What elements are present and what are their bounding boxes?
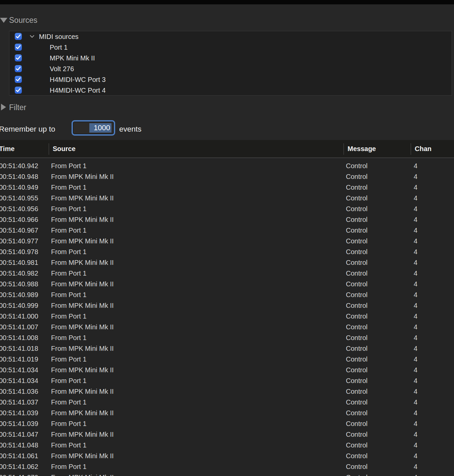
- cell-time: 00:51:40.949: [0, 182, 38, 193]
- midi-sources-list: MIDI sourcesPort 1MPK Mini Mk IIVolt 276…: [9, 31, 452, 96]
- cell-chan: 4: [414, 268, 417, 279]
- source-item-row[interactable]: H4MIDI-WC Port 3: [9, 74, 452, 85]
- table-row[interactable]: 00:51:41.000From Port 1Control4: [0, 311, 454, 322]
- table-row[interactable]: 00:51:40.955From MPK Mini Mk IIControl4: [0, 193, 454, 203]
- cell-message: Control: [346, 322, 367, 332]
- table-row[interactable]: 00:51:40.999From MPK Mini Mk IIControl4: [0, 300, 454, 311]
- chevron-down-icon[interactable]: [29, 34, 35, 39]
- source-item-row[interactable]: Port 1: [9, 42, 452, 53]
- cell-time: 00:51:41.034: [0, 375, 38, 386]
- cell-source: From MPK Mini Mk II: [51, 386, 114, 397]
- table-row[interactable]: 00:51:41.036From MPK Mini Mk IIControl4: [0, 386, 454, 397]
- cell-chan: 4: [414, 289, 417, 300]
- cell-source: From MPK Mini Mk II: [51, 343, 114, 354]
- table-row[interactable]: 00:51:41.008From Port 1Control4: [0, 332, 454, 343]
- table-row[interactable]: 00:51:41.018From MPK Mini Mk IIControl4: [0, 343, 454, 354]
- event-table-body: 00:51:40.942From Port 1Control400:51:40.…: [0, 158, 454, 476]
- cell-source: From MPK Mini Mk II: [51, 236, 114, 246]
- table-row[interactable]: 00:51:40.949From Port 1Control4: [0, 182, 454, 193]
- table-row[interactable]: 00:51:41.037From Port 1Control4: [0, 397, 454, 408]
- table-row[interactable]: 00:51:41.061From MPK Mini Mk IIControl4: [0, 450, 454, 461]
- cell-source: From Port 1: [51, 182, 87, 193]
- cell-chan: 4: [414, 354, 417, 365]
- disclosure-triangle-right-icon[interactable]: [1, 104, 6, 110]
- column-separator[interactable]: [411, 143, 411, 155]
- cell-message: Control: [346, 214, 367, 225]
- table-row[interactable]: 00:51:41.007From MPK Mini Mk IIControl4: [0, 322, 454, 332]
- events-count-selected-text: 1000: [89, 123, 111, 133]
- events-count-input[interactable]: 1000: [72, 120, 115, 136]
- cell-message: Control: [346, 450, 367, 461]
- table-row[interactable]: 00:51:41.039From MPK Mini Mk IIControl4: [0, 408, 454, 418]
- column-header-source[interactable]: Source: [53, 140, 76, 157]
- cell-source: From MPK Mini Mk II: [51, 300, 114, 311]
- source-item-row[interactable]: Volt 276: [9, 63, 452, 74]
- table-row[interactable]: 00:51:40.967From Port 1Control4: [0, 225, 454, 236]
- source-group-row[interactable]: MIDI sources: [9, 31, 452, 42]
- cell-source: From Port 1: [51, 268, 87, 279]
- table-row[interactable]: 00:51:40.956From Port 1Control4: [0, 203, 454, 214]
- cell-message: Control: [346, 203, 367, 214]
- table-row[interactable]: 00:51:40.988From MPK Mini Mk IIControl4: [0, 279, 454, 289]
- cell-chan: 4: [414, 203, 417, 214]
- checkbox-checked[interactable]: [15, 54, 22, 61]
- table-row[interactable]: 00:51:40.942From Port 1Control4: [0, 160, 454, 171]
- table-row[interactable]: 00:51:40.981From MPK Mini Mk IIControl4: [0, 257, 454, 268]
- cell-message: Control: [346, 257, 367, 268]
- cell-chan: 4: [414, 472, 417, 476]
- cell-chan: 4: [414, 246, 417, 257]
- cell-source: From MPK Mini Mk II: [51, 171, 114, 182]
- table-row[interactable]: 00:51:40.989From Port 1Control4: [0, 289, 454, 300]
- cell-chan: 4: [414, 311, 417, 322]
- checkbox-checked[interactable]: [15, 44, 22, 51]
- cell-message: Control: [346, 311, 367, 322]
- cell-source: From Port 1: [51, 160, 87, 171]
- checkbox-checked[interactable]: [15, 33, 22, 40]
- table-row[interactable]: 00:51:41.034From MPK Mini Mk IIControl4: [0, 365, 454, 375]
- cell-chan: 4: [414, 182, 417, 193]
- cell-message: Control: [346, 418, 367, 429]
- column-separator[interactable]: [344, 143, 344, 155]
- table-row[interactable]: 00:51:41.034From Port 1Control4: [0, 375, 454, 386]
- cell-chan: 4: [414, 418, 417, 429]
- table-row[interactable]: 00:51:41.048From Port 1Control4: [0, 440, 454, 450]
- column-header-chan[interactable]: Chan: [415, 140, 432, 157]
- cell-message: Control: [346, 397, 367, 408]
- cell-message: Control: [346, 193, 367, 203]
- cell-source: From Port 1: [51, 246, 87, 257]
- cell-chan: 4: [414, 322, 417, 332]
- cell-source: From Port 1: [51, 332, 87, 343]
- source-item-row[interactable]: H4MIDI-WC Port 4: [9, 85, 452, 96]
- cell-source: From Port 1: [51, 375, 87, 386]
- cell-time: 00:51:41.019: [0, 354, 38, 365]
- table-row[interactable]: 00:51:40.978From Port 1Control4: [0, 246, 454, 257]
- column-header-time[interactable]: Time: [0, 140, 14, 157]
- checkbox-checked[interactable]: [15, 76, 22, 83]
- cell-chan: 4: [414, 461, 417, 472]
- events-count-field-inner: 1000: [73, 122, 114, 134]
- cell-message: Control: [346, 171, 367, 182]
- source-item-row[interactable]: MPK Mini Mk II: [9, 53, 452, 63]
- cell-chan: 4: [414, 171, 417, 182]
- table-row[interactable]: 00:51:41.062From Port 1Control4: [0, 461, 454, 472]
- table-row[interactable]: 00:51:40.948From MPK Mini Mk IIControl4: [0, 171, 454, 182]
- table-row[interactable]: 00:51:41.047From MPK Mini Mk IIControl4: [0, 429, 454, 440]
- table-row[interactable]: 00:51:41.070From MPK Mini Mk IIControl4: [0, 472, 454, 476]
- cell-time: 00:51:40.999: [0, 300, 38, 311]
- checkbox-checked[interactable]: [15, 87, 22, 94]
- column-header-message[interactable]: Message: [348, 140, 376, 157]
- cell-chan: 4: [414, 193, 417, 203]
- table-row[interactable]: 00:51:40.966From MPK Mini Mk IIControl4: [0, 214, 454, 225]
- checkbox-checked[interactable]: [15, 65, 22, 72]
- table-row[interactable]: 00:51:41.039From Port 1Control4: [0, 418, 454, 429]
- cell-source: From Port 1: [51, 354, 87, 365]
- disclosure-triangle-down-icon[interactable]: [0, 18, 7, 23]
- cell-source: From Port 1: [51, 225, 87, 236]
- table-row[interactable]: 00:51:40.982From Port 1Control4: [0, 268, 454, 279]
- column-separator[interactable]: [49, 143, 49, 155]
- table-row[interactable]: 00:51:40.977From MPK Mini Mk IIControl4: [0, 236, 454, 246]
- cell-chan: 4: [414, 257, 417, 268]
- cell-source: From MPK Mini Mk II: [51, 279, 114, 289]
- table-row[interactable]: 00:51:41.019From Port 1Control4: [0, 354, 454, 365]
- cell-chan: 4: [414, 279, 417, 289]
